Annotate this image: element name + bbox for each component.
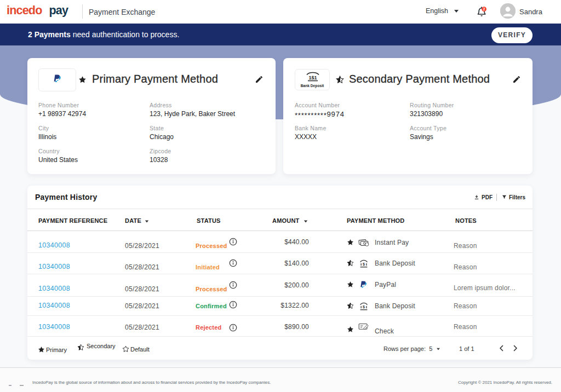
svg-text:$: $ <box>363 305 365 309</box>
svg-text:2: 2 <box>483 7 485 11</box>
svg-text:1$1: 1$1 <box>308 75 317 80</box>
svg-text:$: $ <box>363 262 365 267</box>
